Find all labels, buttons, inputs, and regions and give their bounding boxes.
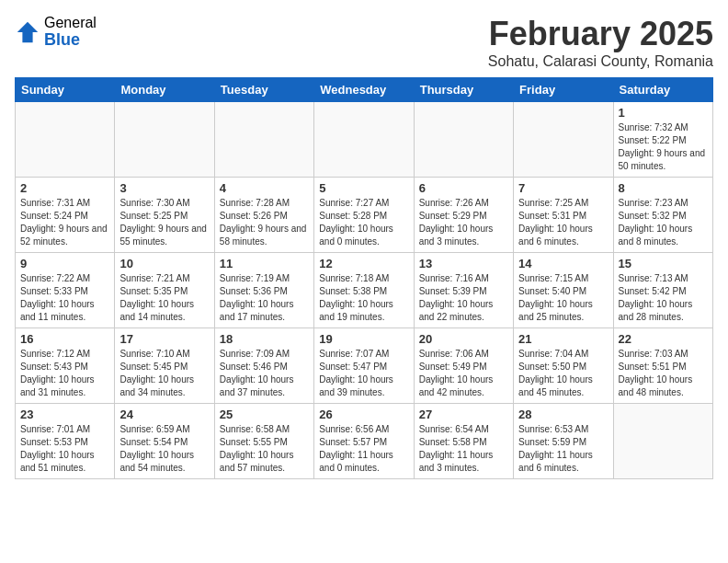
calendar-cell: 16Sunrise: 7:12 AM Sunset: 5:43 PM Dayli… [16, 328, 115, 404]
day-info: Sunrise: 7:23 AM Sunset: 5:32 PM Dayligh… [619, 197, 708, 248]
weekday-header-row: SundayMondayTuesdayWednesdayThursdayFrid… [16, 78, 713, 102]
calendar-cell: 9Sunrise: 7:22 AM Sunset: 5:33 PM Daylig… [16, 253, 115, 328]
calendar-cell: 24Sunrise: 6:59 AM Sunset: 5:54 PM Dayli… [115, 404, 214, 479]
calendar-cell: 26Sunrise: 6:56 AM Sunset: 5:57 PM Dayli… [314, 404, 414, 479]
calendar-cell: 5Sunrise: 7:27 AM Sunset: 5:28 PM Daylig… [314, 178, 414, 253]
calendar-cell: 21Sunrise: 7:04 AM Sunset: 5:50 PM Dayli… [514, 328, 613, 404]
logo-general: General [44, 15, 97, 31]
day-info: Sunrise: 7:10 AM Sunset: 5:45 PM Dayligh… [119, 348, 209, 399]
week-row-2: 2Sunrise: 7:31 AM Sunset: 5:24 PM Daylig… [16, 178, 713, 253]
day-info: Sunrise: 7:28 AM Sunset: 5:26 PM Dayligh… [220, 197, 309, 248]
week-row-5: 23Sunrise: 7:01 AM Sunset: 5:53 PM Dayli… [16, 404, 713, 479]
calendar-cell [16, 102, 115, 178]
day-number: 25 [220, 408, 309, 421]
day-info: Sunrise: 7:09 AM Sunset: 5:46 PM Dayligh… [220, 348, 309, 399]
day-number: 28 [518, 408, 608, 421]
calendar-cell: 13Sunrise: 7:16 AM Sunset: 5:39 PM Dayli… [414, 253, 513, 328]
day-info: Sunrise: 7:21 AM Sunset: 5:35 PM Dayligh… [119, 272, 209, 324]
calendar-cell: 27Sunrise: 6:54 AM Sunset: 5:58 PM Dayli… [414, 404, 513, 479]
weekday-header-monday: Monday [115, 78, 214, 102]
weekday-header-wednesday: Wednesday [314, 78, 414, 102]
day-number: 19 [319, 332, 408, 346]
calendar-cell [214, 102, 313, 178]
calendar-cell: 23Sunrise: 7:01 AM Sunset: 5:53 PM Dayli… [16, 404, 115, 479]
svg-marker-0 [17, 21, 38, 41]
day-number: 21 [518, 332, 608, 346]
day-number: 11 [220, 257, 309, 270]
calendar-cell: 1Sunrise: 7:32 AM Sunset: 5:22 PM Daylig… [613, 102, 712, 178]
day-number: 1 [619, 106, 708, 120]
day-info: Sunrise: 7:12 AM Sunset: 5:43 PM Dayligh… [20, 348, 109, 399]
day-number: 2 [20, 181, 109, 195]
logo: General Blue [15, 15, 97, 49]
day-info: Sunrise: 7:15 AM Sunset: 5:40 PM Dayligh… [518, 272, 608, 324]
day-info: Sunrise: 7:30 AM Sunset: 5:25 PM Dayligh… [119, 197, 209, 248]
weekday-header-sunday: Sunday [16, 78, 115, 102]
day-number: 3 [119, 181, 209, 195]
day-number: 20 [419, 332, 508, 346]
day-info: Sunrise: 7:22 AM Sunset: 5:33 PM Dayligh… [20, 272, 109, 324]
calendar-cell: 22Sunrise: 7:03 AM Sunset: 5:51 PM Dayli… [613, 328, 712, 404]
day-number: 14 [518, 257, 608, 270]
day-info: Sunrise: 6:59 AM Sunset: 5:54 PM Dayligh… [119, 423, 209, 475]
page-header: General Blue February 2025 Sohatu, Calar… [15, 15, 713, 70]
day-number: 17 [119, 332, 209, 346]
day-number: 22 [619, 332, 708, 346]
day-number: 12 [319, 257, 408, 270]
logo-text: General Blue [44, 15, 97, 49]
weekday-header-friday: Friday [514, 78, 613, 102]
day-number: 7 [518, 181, 608, 195]
week-row-3: 9Sunrise: 7:22 AM Sunset: 5:33 PM Daylig… [16, 253, 713, 328]
day-info: Sunrise: 7:19 AM Sunset: 5:36 PM Dayligh… [220, 272, 309, 324]
location-subtitle: Sohatu, Calarasi County, Romania [488, 53, 713, 70]
calendar-cell: 2Sunrise: 7:31 AM Sunset: 5:24 PM Daylig… [16, 178, 115, 253]
weekday-header-tuesday: Tuesday [214, 78, 313, 102]
title-block: February 2025 Sohatu, Calarasi County, R… [488, 15, 713, 70]
calendar-cell [414, 102, 513, 178]
day-info: Sunrise: 7:07 AM Sunset: 5:47 PM Dayligh… [319, 348, 408, 399]
day-info: Sunrise: 7:26 AM Sunset: 5:29 PM Dayligh… [419, 197, 508, 248]
day-info: Sunrise: 7:13 AM Sunset: 5:42 PM Dayligh… [619, 272, 708, 324]
calendar-cell: 3Sunrise: 7:30 AM Sunset: 5:25 PM Daylig… [115, 178, 214, 253]
day-number: 9 [20, 257, 109, 270]
day-info: Sunrise: 7:27 AM Sunset: 5:28 PM Dayligh… [319, 197, 408, 248]
day-number: 4 [220, 181, 309, 195]
calendar-cell: 28Sunrise: 6:53 AM Sunset: 5:59 PM Dayli… [514, 404, 613, 479]
calendar-cell: 11Sunrise: 7:19 AM Sunset: 5:36 PM Dayli… [214, 253, 313, 328]
day-info: Sunrise: 7:18 AM Sunset: 5:38 PM Dayligh… [319, 272, 408, 324]
month-title: February 2025 [488, 15, 713, 53]
calendar-cell: 20Sunrise: 7:06 AM Sunset: 5:49 PM Dayli… [414, 328, 513, 404]
calendar-cell [314, 102, 414, 178]
day-number: 16 [20, 332, 109, 346]
day-info: Sunrise: 7:03 AM Sunset: 5:51 PM Dayligh… [619, 348, 708, 399]
day-info: Sunrise: 7:01 AM Sunset: 5:53 PM Dayligh… [20, 423, 109, 475]
calendar-cell: 14Sunrise: 7:15 AM Sunset: 5:40 PM Dayli… [514, 253, 613, 328]
logo-blue: Blue [44, 31, 97, 50]
logo-icon [15, 19, 40, 45]
calendar-cell: 6Sunrise: 7:26 AM Sunset: 5:29 PM Daylig… [414, 178, 513, 253]
day-info: Sunrise: 6:54 AM Sunset: 5:58 PM Dayligh… [419, 423, 508, 475]
calendar-cell: 18Sunrise: 7:09 AM Sunset: 5:46 PM Dayli… [214, 328, 313, 404]
day-info: Sunrise: 7:25 AM Sunset: 5:31 PM Dayligh… [518, 197, 608, 248]
week-row-4: 16Sunrise: 7:12 AM Sunset: 5:43 PM Dayli… [16, 328, 713, 404]
calendar-cell: 17Sunrise: 7:10 AM Sunset: 5:45 PM Dayli… [115, 328, 214, 404]
calendar-cell: 19Sunrise: 7:07 AM Sunset: 5:47 PM Dayli… [314, 328, 414, 404]
day-number: 13 [419, 257, 508, 270]
day-info: Sunrise: 6:53 AM Sunset: 5:59 PM Dayligh… [518, 423, 608, 475]
day-number: 26 [319, 408, 408, 421]
day-info: Sunrise: 7:31 AM Sunset: 5:24 PM Dayligh… [20, 197, 109, 248]
day-number: 23 [20, 408, 109, 421]
day-info: Sunrise: 7:32 AM Sunset: 5:22 PM Dayligh… [619, 121, 708, 173]
day-number: 6 [419, 181, 508, 195]
calendar-cell: 15Sunrise: 7:13 AM Sunset: 5:42 PM Dayli… [613, 253, 712, 328]
day-number: 15 [619, 257, 708, 270]
day-info: Sunrise: 7:16 AM Sunset: 5:39 PM Dayligh… [419, 272, 508, 324]
calendar-cell: 12Sunrise: 7:18 AM Sunset: 5:38 PM Dayli… [314, 253, 414, 328]
week-row-1: 1Sunrise: 7:32 AM Sunset: 5:22 PM Daylig… [16, 102, 713, 178]
day-info: Sunrise: 6:58 AM Sunset: 5:55 PM Dayligh… [220, 423, 309, 475]
calendar-table: SundayMondayTuesdayWednesdayThursdayFrid… [15, 77, 713, 479]
weekday-header-thursday: Thursday [414, 78, 513, 102]
calendar-cell: 25Sunrise: 6:58 AM Sunset: 5:55 PM Dayli… [214, 404, 313, 479]
calendar-cell [115, 102, 214, 178]
day-info: Sunrise: 7:06 AM Sunset: 5:49 PM Dayligh… [419, 348, 508, 399]
